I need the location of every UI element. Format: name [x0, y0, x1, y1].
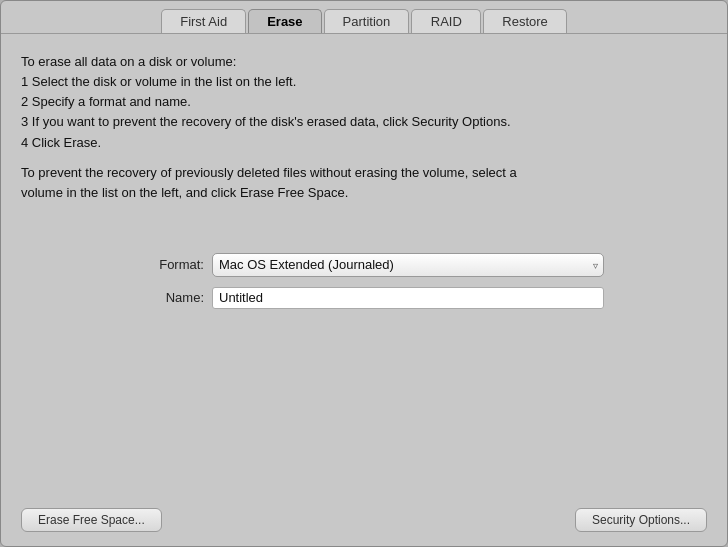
tab-erase[interactable]: Erase — [248, 9, 321, 33]
instruction-line2: 1 Select the disk or volume in the list … — [21, 74, 296, 89]
security-options-button[interactable]: Security Options... — [575, 508, 707, 532]
disk-utility-window: First Aid Erase Partition RAID Restore T… — [0, 0, 728, 547]
bottom-bar: Erase Free Space... Security Options... — [1, 498, 727, 546]
content-area: To erase all data on a disk or volume: 1… — [1, 33, 727, 498]
format-select-wrapper: Mac OS Extended (Journaled) Mac OS Exten… — [212, 253, 604, 277]
instruction-line3: 2 Specify a format and name. — [21, 94, 191, 109]
form-section: Format: Mac OS Extended (Journaled) Mac … — [21, 253, 707, 309]
instruction-line1: To erase all data on a disk or volume: — [21, 54, 236, 69]
format-select[interactable]: Mac OS Extended (Journaled) Mac OS Exten… — [212, 253, 604, 277]
name-input[interactable] — [212, 287, 604, 309]
instruction-line5: 4 Click Erase. — [21, 135, 101, 150]
instruction-line6: To prevent the recovery of previously de… — [21, 165, 517, 180]
tab-bar: First Aid Erase Partition RAID Restore — [1, 1, 727, 33]
name-row: Name: — [124, 287, 604, 309]
tab-first-aid[interactable]: First Aid — [161, 9, 246, 33]
tab-restore[interactable]: Restore — [483, 9, 567, 33]
name-label: Name: — [124, 290, 204, 305]
tab-partition[interactable]: Partition — [324, 9, 410, 33]
instructions-block: To erase all data on a disk or volume: 1… — [21, 52, 707, 213]
tab-raid[interactable]: RAID — [411, 9, 481, 33]
format-label: Format: — [124, 257, 204, 272]
erase-free-space-button[interactable]: Erase Free Space... — [21, 508, 162, 532]
format-row: Format: Mac OS Extended (Journaled) Mac … — [124, 253, 604, 277]
instruction-line7: volume in the list on the left, and clic… — [21, 185, 348, 200]
instruction-line4: 3 If you want to prevent the recovery of… — [21, 114, 511, 129]
